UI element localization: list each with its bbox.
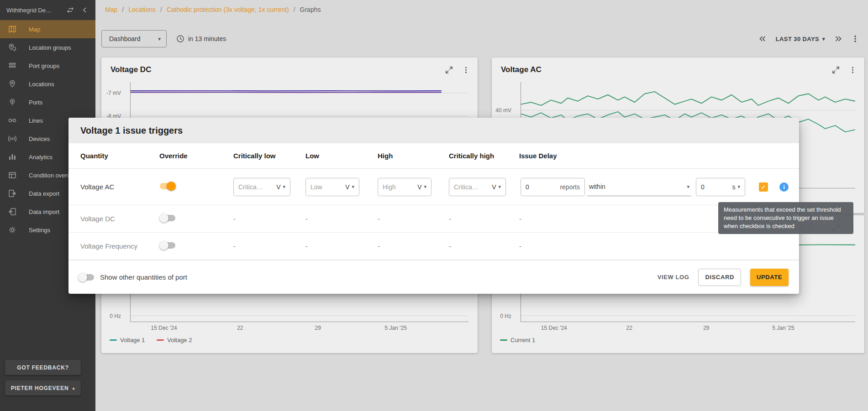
low-input[interactable]: Low V ▾ <box>305 178 359 196</box>
override-toggle-voltage-ac[interactable] <box>159 182 176 191</box>
issue-triggers-modal: Voltage 1 issue triggers QuantityOverrid… <box>68 118 799 294</box>
table-header-row: QuantityOverrideCritically lowLowHighCri… <box>68 143 799 169</box>
column-header-low: Low <box>305 152 378 160</box>
empty-value: - <box>449 215 519 223</box>
update-button[interactable]: UPDATE <box>750 269 789 286</box>
modal-title-bar: Voltage 1 issue triggers <box>68 118 799 143</box>
caret-down-icon: ▾ <box>424 184 426 190</box>
discard-button[interactable]: DISCARD <box>698 269 741 286</box>
show-other-quantities-toggle[interactable] <box>78 273 95 282</box>
high-placeholder: High <box>383 183 415 191</box>
reports-count-value: 0 <box>526 183 560 191</box>
consecutive-info-tooltip: Measurements that exceed the set thresho… <box>718 202 853 234</box>
tooltip-text: Measurements that exceed the set thresho… <box>724 206 841 229</box>
consecutive-checkbox[interactable]: ✓ <box>759 182 768 192</box>
column-header-high: High <box>378 152 449 160</box>
column-header-critically-low: Critically low <box>233 152 305 160</box>
column-header-quantity: Quantity <box>80 152 159 160</box>
caret-down-icon: ▾ <box>352 184 354 190</box>
quantity-label: Voltage Frequency <box>80 242 159 250</box>
unit-label: V <box>492 183 496 191</box>
modal-title: Voltage 1 issue triggers <box>80 125 183 136</box>
view-log-button[interactable]: VIEW LOG <box>658 274 689 281</box>
reports-count-input[interactable]: 0 reports <box>521 178 585 196</box>
caret-down-icon: ▾ <box>498 184 501 190</box>
table-row-voltage-ac: Voltage AC Critica… V ▾ Low V ▾ High V ▾ <box>68 169 799 205</box>
column-header-critically-high: Critically high <box>449 152 519 160</box>
unit-label: V <box>276 183 280 191</box>
empty-value: - <box>519 242 799 250</box>
empty-value: - <box>305 215 378 223</box>
update-label: UPDATE <box>757 274 782 281</box>
empty-value: - <box>233 242 305 250</box>
caret-down-icon: ▾ <box>283 184 285 190</box>
quantity-label: Voltage DC <box>80 215 159 223</box>
critically-low-input[interactable]: Critica… V ▾ <box>233 178 290 196</box>
empty-value: - <box>449 242 519 250</box>
column-header-override: Override <box>159 152 233 160</box>
empty-value: - <box>233 215 305 223</box>
within-value: within <box>589 183 605 190</box>
column-header-issue-delay: Issue Delay <box>519 152 799 160</box>
quantity-label: Voltage AC <box>80 183 159 191</box>
delay-duration-value: 0 <box>701 183 732 191</box>
critically-high-input[interactable]: Critica… V ▾ <box>449 178 506 196</box>
empty-value: - <box>378 215 449 223</box>
within-select[interactable]: within ▾ <box>587 178 691 196</box>
critically-low-placeholder: Critica… <box>238 183 274 191</box>
override-toggle-voltage-frequency[interactable] <box>159 241 176 250</box>
critically-high-placeholder: Critica… <box>454 183 489 191</box>
delay-duration-input[interactable]: 0 s ▾ <box>696 178 745 196</box>
reports-suffix-label: reports <box>560 183 580 191</box>
info-icon[interactable]: i <box>779 182 789 192</box>
caret-down-icon: ▾ <box>737 184 740 190</box>
unit-label: V <box>417 183 421 191</box>
discard-label: DISCARD <box>705 274 734 281</box>
empty-value: - <box>378 242 449 250</box>
modal-footer: Show other quantities of port VIEW LOG D… <box>68 260 799 294</box>
unit-label: V <box>345 183 349 191</box>
empty-value: - <box>305 242 378 250</box>
table-row-voltage-frequency: Voltage Frequency----- <box>68 233 799 260</box>
low-placeholder: Low <box>310 183 342 191</box>
caret-down-icon: ▾ <box>687 184 689 190</box>
delay-unit-label: s <box>732 183 735 191</box>
high-input[interactable]: High V ▾ <box>378 178 431 196</box>
show-other-quantities-label: Show other quantities of port <box>100 273 187 281</box>
table-row-voltage-dc: Voltage DC----- <box>68 205 799 233</box>
override-toggle-voltage-dc[interactable] <box>159 213 176 223</box>
